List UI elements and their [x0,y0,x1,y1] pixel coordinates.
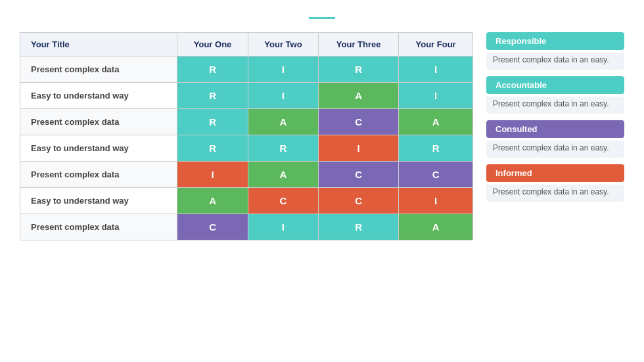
row-label: Easy to understand way [20,83,177,109]
cell-r: R [177,135,248,162]
legend-desc-responsible: Present complex data in an easy. [486,53,624,70]
cell-a: A [248,109,318,135]
cell-r: R [177,57,248,83]
column-header-title: Your Title [20,33,177,57]
table-body: Present complex dataRIRIEasy to understa… [20,57,473,240]
accent-line [309,17,335,19]
cell-i: I [248,57,318,83]
cell-i: I [399,57,473,83]
table-row: Present complex dataRIRI [20,57,473,83]
row-label: Present complex data [20,57,177,83]
column-header-your-four: Your Four [399,33,473,57]
table-header-row: Your TitleYour OneYour TwoYour ThreeYour… [20,33,473,57]
legend-desc-accountable: Present complex data in an easy. [486,97,624,114]
legend-badge-responsible: Responsible [486,32,624,50]
legend-desc-informed: Present complex data in an easy. [486,185,624,202]
cell-i: I [319,135,399,162]
column-header-your-three: Your Three [319,33,399,57]
legend-badge-accountable: Accountable [486,76,624,94]
legend-badge-consulted: Consulted [486,120,624,138]
matrix-table: Your TitleYour OneYour TwoYour ThreeYour… [20,32,473,240]
table-row: Present complex dataRACA [20,109,473,135]
cell-r: R [319,57,399,83]
row-label: Present complex data [20,109,177,135]
cell-a: A [248,162,318,188]
cell-i: I [177,162,248,188]
cell-c: C [319,188,399,214]
cell-r: R [177,109,248,135]
cell-r: R [248,135,318,162]
cell-c: C [248,188,318,214]
cell-i: I [248,214,318,240]
header [309,13,335,27]
table-row: Easy to understand wayRIAI [20,83,473,109]
cell-a: A [177,188,248,214]
table-row: Easy to understand wayACCI [20,188,473,214]
cell-i: I [399,83,473,109]
row-label: Easy to understand way [20,188,177,214]
legend-desc-consulted: Present complex data in an easy. [486,141,624,158]
legend-item-consulted: ConsultedPresent complex data in an easy… [486,120,624,158]
cell-i: I [248,83,318,109]
table-row: Present complex dataIACC [20,162,473,188]
cell-a: A [399,214,473,240]
cell-r: R [177,83,248,109]
cell-a: A [319,83,399,109]
column-header-your-two: Your Two [248,33,318,57]
cell-c: C [399,162,473,188]
table-row: Present complex dataCIRA [20,214,473,240]
page-wrapper: Your TitleYour OneYour TwoYour ThreeYour… [0,0,644,362]
cell-c: C [319,109,399,135]
cell-i: I [399,188,473,214]
cell-a: A [399,109,473,135]
row-label: Easy to understand way [20,135,177,162]
legend-item-responsible: ResponsiblePresent complex data in an ea… [486,32,624,70]
legend-badge-informed: Informed [486,164,624,182]
cell-c: C [319,162,399,188]
row-label: Present complex data [20,214,177,240]
row-label: Present complex data [20,162,177,188]
legend: ResponsiblePresent complex data in an ea… [486,32,624,208]
content-area: Your TitleYour OneYour TwoYour ThreeYour… [20,32,624,240]
legend-item-informed: InformedPresent complex data in an easy. [486,164,624,202]
legend-item-accountable: AccountablePresent complex data in an ea… [486,76,624,114]
column-header-your-one: Your One [177,33,248,57]
table-row: Easy to understand wayRRIR [20,135,473,162]
cell-r: R [399,135,473,162]
cell-r: R [319,214,399,240]
cell-c: C [177,214,248,240]
